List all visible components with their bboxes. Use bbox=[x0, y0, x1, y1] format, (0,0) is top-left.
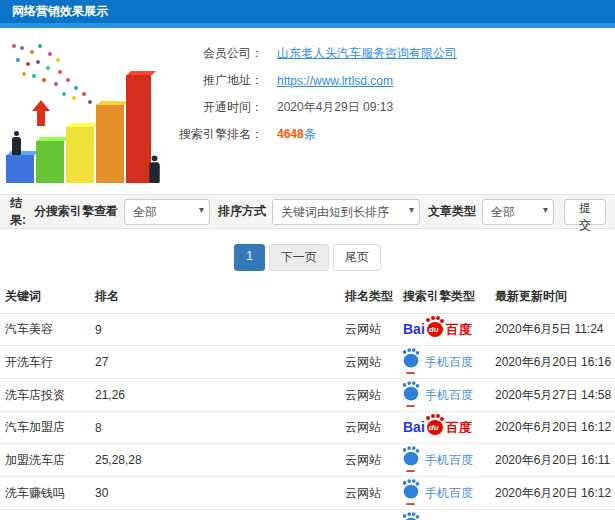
rank-type-cell: 云网站 bbox=[340, 477, 398, 510]
rank-cell: 30 bbox=[90, 510, 340, 520]
engine-type-cell: 手机百度 bbox=[398, 510, 490, 520]
mobile-baidu-logo: 手机百度 bbox=[403, 484, 473, 502]
next-page-button[interactable]: 下一页 bbox=[269, 244, 329, 271]
type-select-wrap: 全部 bbox=[482, 199, 554, 225]
table-row: 汽车加盟店8云网站Baidu百度2020年6月20日 16:12 bbox=[0, 412, 615, 444]
company-label: 会员公司： bbox=[163, 45, 263, 62]
engine-rank-label: 搜索引擎排名： bbox=[163, 126, 263, 143]
chart-bar-orange bbox=[96, 105, 124, 183]
top-header-bar: 网络营销效果展示 bbox=[0, 0, 615, 23]
baidu-cn-text: 百度 bbox=[446, 323, 472, 336]
engine-type-cell: Baidu百度 bbox=[398, 314, 490, 346]
update-time-cell: 2020年6月20日 16:11 bbox=[490, 444, 615, 477]
engine-rank-value: 4648条 bbox=[277, 126, 316, 143]
baidu-logo: Baidu百度 bbox=[403, 420, 472, 435]
table-row: 洗车赚钱吗30云网站手机百度2020年6月20日 16:12 bbox=[0, 477, 615, 510]
rank-cell: 30 bbox=[90, 477, 340, 510]
info-row-rank-count: 搜索引擎排名： 4648条 bbox=[163, 121, 615, 148]
update-time-cell: 2020年6月20日 16:12 bbox=[490, 412, 615, 444]
engine-filter-label: 分搜索引擎查看 bbox=[34, 203, 118, 220]
sort-select-wrap: 关键词由短到长排序 bbox=[272, 199, 420, 225]
rank-cell: 9 bbox=[90, 314, 340, 346]
baidu-paw-icon: du bbox=[427, 420, 443, 435]
mobile-baidu-text: 手机百度 bbox=[425, 354, 473, 371]
rank-type-cell: 云网站 bbox=[340, 412, 398, 444]
chart-bar-yellow bbox=[66, 127, 94, 183]
promo-url-label: 推广地址： bbox=[163, 72, 263, 89]
keyword-cell: 洗车店投资 bbox=[0, 379, 90, 412]
mobile-baidu-logo: 手机百度 bbox=[403, 353, 473, 371]
last-page-button[interactable]: 尾页 bbox=[333, 244, 381, 271]
article-type-label: 文章类型 bbox=[428, 203, 476, 220]
engine-type-cell: Baidu百度 bbox=[398, 412, 490, 444]
baidu-bai-text: Bai bbox=[403, 322, 425, 336]
rank-cell: 27 bbox=[90, 346, 340, 379]
keyword-cell: 汽车加盟店 bbox=[0, 412, 90, 444]
table-header-row: 关键词 排名 排名类型 搜索引擎类型 最新更新时间 bbox=[0, 280, 615, 314]
results-table-body: 汽车美容9云网站Baidu百度2020年6月5日 11:24开洗车行27云网站手… bbox=[0, 314, 615, 520]
mobile-baidu-paw-icon bbox=[404, 354, 419, 371]
keyword-cell: 加盟洗车店 bbox=[0, 444, 90, 477]
chart-bar-green bbox=[36, 141, 64, 183]
filter-bar: 结果: 分搜索引擎查看 全部 排序方式 关键词由短到长排序 文章类型 全部 提交 bbox=[0, 194, 615, 229]
engine-type-cell: 手机百度 bbox=[398, 444, 490, 477]
rank-cell: 25,28,28 bbox=[90, 444, 340, 477]
company-name-link[interactable]: 山东老人头汽车服务咨询有限公司 bbox=[277, 45, 457, 62]
page-title: 网络营销效果展示 bbox=[0, 0, 615, 23]
table-row: 汽车美容9云网站Baidu百度2020年6月5日 11:24 bbox=[0, 314, 615, 346]
engine-select-wrap: 全部 bbox=[124, 199, 210, 225]
baidu-bai-text: Bai bbox=[403, 420, 425, 434]
rank-cell: 21,26 bbox=[90, 379, 340, 412]
keyword-cell: 开洗车行 bbox=[0, 346, 90, 379]
info-row-url: 推广地址： https://www.lrtlsd.com bbox=[163, 67, 615, 94]
baidu-paw-icon: du bbox=[427, 322, 443, 337]
results-table: 关键词 排名 排名类型 搜索引擎类型 最新更新时间 汽车美容9云网站Baidu百… bbox=[0, 280, 615, 520]
header-update-time: 最新更新时间 bbox=[490, 280, 615, 314]
engine-type-cell: 手机百度 bbox=[398, 346, 490, 379]
chart-bar-blue bbox=[6, 155, 34, 183]
table-row: 加盟洗车店25,28,28云网站手机百度2020年6月20日 16:11 bbox=[0, 444, 615, 477]
table-row: 洗车店利润30云网站手机百度2020年6月18日 14:27 bbox=[0, 510, 615, 520]
update-time-cell: 2020年5月27日 14:58 bbox=[490, 379, 615, 412]
promo-url-link[interactable]: https://www.lrtlsd.com bbox=[277, 74, 393, 88]
keyword-cell: 洗车赚钱吗 bbox=[0, 477, 90, 510]
mobile-baidu-paw-icon bbox=[404, 485, 419, 502]
header-rank: 排名 bbox=[90, 280, 340, 314]
mobile-baidu-paw-icon bbox=[404, 452, 419, 469]
confetti-dots-decor bbox=[12, 44, 16, 48]
mobile-baidu-text: 手机百度 bbox=[425, 387, 473, 404]
table-row: 开洗车行27云网站手机百度2020年6月20日 16:16 bbox=[0, 346, 615, 379]
update-time-cell: 2020年6月5日 11:24 bbox=[490, 314, 615, 346]
open-time-value: 2020年4月29日 09:13 bbox=[277, 99, 393, 116]
baidu-logo: Baidu百度 bbox=[403, 322, 472, 337]
engine-filter-select[interactable]: 全部 bbox=[124, 199, 210, 225]
update-time-cell: 2020年6月20日 16:12 bbox=[490, 477, 615, 510]
keyword-cell: 汽车美容 bbox=[0, 314, 90, 346]
sort-order-select[interactable]: 关键词由短到长排序 bbox=[272, 199, 420, 225]
engine-type-cell: 手机百度 bbox=[398, 379, 490, 412]
rank-type-cell: 云网站 bbox=[340, 379, 398, 412]
rank-count-number: 4648 bbox=[277, 127, 304, 141]
mobile-baidu-logo: 手机百度 bbox=[403, 386, 473, 404]
company-info-list: 会员公司： 山东老人头汽车服务咨询有限公司 推广地址： https://www.… bbox=[163, 28, 615, 148]
info-row-company: 会员公司： 山东老人头汽车服务咨询有限公司 bbox=[163, 40, 615, 67]
header-engine-type: 搜索引擎类型 bbox=[398, 280, 490, 314]
mobile-baidu-text: 手机百度 bbox=[425, 452, 473, 469]
rank-type-cell: 云网站 bbox=[340, 444, 398, 477]
keyword-cell: 洗车店利润 bbox=[0, 510, 90, 520]
page-1-button[interactable]: 1 bbox=[234, 244, 265, 271]
info-row-open-time: 开通时间： 2020年4月29日 09:13 bbox=[163, 94, 615, 121]
mobile-baidu-text: 手机百度 bbox=[425, 485, 473, 502]
sort-filter-label: 排序方式 bbox=[218, 203, 266, 220]
baidu-cn-text: 百度 bbox=[446, 421, 472, 434]
rank-type-cell: 云网站 bbox=[340, 314, 398, 346]
submit-button[interactable]: 提交 bbox=[564, 199, 606, 225]
article-type-select[interactable]: 全部 bbox=[482, 199, 554, 225]
pagination: 1 下一页 尾页 bbox=[0, 244, 615, 271]
header-keyword: 关键词 bbox=[0, 280, 90, 314]
bar-chart-illustration bbox=[4, 36, 160, 188]
engine-type-cell: 手机百度 bbox=[398, 477, 490, 510]
growth-arrow-icon bbox=[30, 100, 52, 126]
update-time-cell: 2020年6月20日 16:16 bbox=[490, 346, 615, 379]
result-label: 结果: bbox=[10, 195, 26, 229]
